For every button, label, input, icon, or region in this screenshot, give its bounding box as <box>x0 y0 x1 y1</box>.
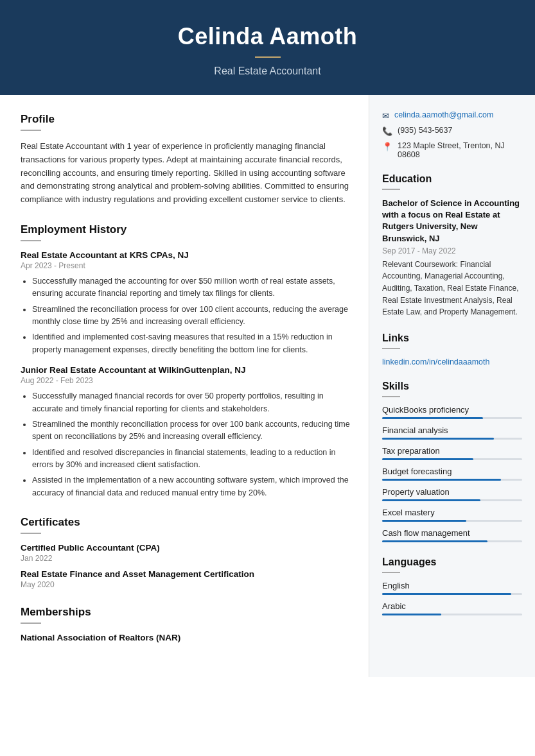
skill-bar-fill-5 <box>382 520 466 522</box>
edu-dates: Sep 2017 - May 2022 <box>382 246 522 255</box>
contact-section: ✉ celinda.aamoth@gmail.com 📞 (935) 543-5… <box>382 110 522 159</box>
profile-divider <box>21 130 41 131</box>
cert-name-1: Real Estate Finance and Asset Management… <box>21 569 351 579</box>
skill-item-5: Excel mastery <box>382 508 522 522</box>
phone-icon: 📞 <box>382 126 392 136</box>
cert-item-1: Real Estate Finance and Asset Management… <box>21 569 351 589</box>
job-bullets-1: Successfully managed financial records f… <box>21 390 351 499</box>
contact-phone: 📞 (935) 543-5637 <box>382 126 522 136</box>
education-title: Education <box>382 173 522 185</box>
skill-item-4: Property valuation <box>382 487 522 501</box>
languages-section: Languages English Arabic <box>382 556 522 615</box>
phone-text: (935) 543-5637 <box>398 126 452 135</box>
languages-list: English Arabic <box>382 581 522 615</box>
employment-section: Employment History Real Estate Accountan… <box>21 223 351 499</box>
skill-bar-fill-2 <box>382 458 473 460</box>
lang-bar-fill-1 <box>382 614 441 615</box>
skill-bar-fill-4 <box>382 499 480 501</box>
lang-label-1: Arabic <box>382 601 522 611</box>
contact-email: ✉ celinda.aamoth@gmail.com <box>382 110 522 121</box>
links-title: Links <box>382 332 522 344</box>
links-section: Links linkedin.com/in/celindaaamoth <box>382 332 522 366</box>
employment-title: Employment History <box>21 223 351 236</box>
skill-item-3: Budget forecasting <box>382 467 522 481</box>
header-divider <box>255 56 281 58</box>
job-item-0: Real Estate Accountant at KRS CPAs, NJ A… <box>21 250 351 356</box>
skill-bar-bg-3 <box>382 479 522 481</box>
resume-page: Celinda Aamoth Real Estate Accountant Pr… <box>0 0 535 756</box>
job-dates-0: Apr 2023 - Present <box>21 261 351 270</box>
cert-name-0: Certified Public Accountant (CPA) <box>21 543 351 553</box>
skill-label-0: QuickBooks proficiency <box>382 405 522 415</box>
bullet-1-0: Successfully managed financial records f… <box>32 390 351 415</box>
cert-date-1: May 2020 <box>21 580 351 589</box>
skill-bar-bg-2 <box>382 458 522 460</box>
skill-bar-bg-0 <box>382 417 522 419</box>
skill-bar-fill-0 <box>382 417 483 419</box>
linkedin-link[interactable]: linkedin.com/in/celindaaamoth <box>382 357 489 366</box>
job-item-1: Junior Real Estate Accountant at WilkinG… <box>21 365 351 499</box>
skill-item-6: Cash flow management <box>382 528 522 542</box>
bullet-1-3: Assisted in the implementation of a new … <box>32 474 351 499</box>
contact-address: 📍 123 Maple Street, Trenton, NJ 08608 <box>382 141 522 159</box>
job-title-1: Junior Real Estate Accountant at WilkinG… <box>21 365 351 375</box>
job-title-0: Real Estate Accountant at KRS CPAs, NJ <box>21 250 351 260</box>
skill-bar-bg-4 <box>382 499 522 501</box>
skill-bar-fill-6 <box>382 540 487 542</box>
skill-label-2: Tax preparation <box>382 446 522 456</box>
profile-title: Profile <box>21 113 351 126</box>
lang-bar-fill-0 <box>382 593 511 595</box>
languages-divider <box>382 572 400 573</box>
profile-text: Real Estate Accountant with 1 year of ex… <box>21 140 351 207</box>
email-icon: ✉ <box>382 111 389 121</box>
certificates-section: Certificates Certified Public Accountant… <box>21 516 351 589</box>
skill-bar-bg-5 <box>382 520 522 522</box>
job-dates-1: Aug 2022 - Feb 2023 <box>21 376 351 385</box>
skill-item-2: Tax preparation <box>382 446 522 460</box>
left-column: Profile Real Estate Accountant with 1 ye… <box>0 95 369 677</box>
candidate-title: Real Estate Accountant <box>13 65 522 77</box>
memberships-title: Memberships <box>21 606 351 619</box>
skill-label-4: Property valuation <box>382 487 522 497</box>
lang-item-0: English <box>382 581 522 595</box>
location-icon: 📍 <box>382 142 392 151</box>
body-section: Profile Real Estate Accountant with 1 ye… <box>0 95 535 677</box>
profile-section: Profile Real Estate Accountant with 1 ye… <box>21 113 351 207</box>
address-text: 123 Maple Street, Trenton, NJ 08608 <box>398 141 522 159</box>
bullet-0-0: Successfully managed the accounting for … <box>32 275 351 300</box>
bullet-1-1: Streamlined the monthly reconciliation p… <box>32 418 351 443</box>
skill-bar-bg-1 <box>382 438 522 440</box>
skills-title: Skills <box>382 381 522 392</box>
membership-item-0: National Association of Realtors (NAR) <box>21 633 351 642</box>
languages-title: Languages <box>382 556 522 568</box>
employment-divider <box>21 240 41 241</box>
cert-date-0: Jan 2022 <box>21 554 351 563</box>
skills-list: QuickBooks proficiency Financial analysi… <box>382 405 522 542</box>
edu-courses: Relevant Coursework: Financial Accountin… <box>382 259 522 318</box>
cert-item-0: Certified Public Accountant (CPA) Jan 20… <box>21 543 351 563</box>
skill-bar-fill-1 <box>382 438 494 440</box>
memberships-divider <box>21 623 41 624</box>
candidate-name: Celinda Aamoth <box>13 23 522 50</box>
skill-bar-bg-6 <box>382 540 522 542</box>
header-section: Celinda Aamoth Real Estate Accountant <box>0 0 535 95</box>
bullet-0-1: Streamlined the reconciliation process f… <box>32 304 351 329</box>
skill-bar-fill-3 <box>382 479 501 481</box>
skills-section: Skills QuickBooks proficiency Financial … <box>382 381 522 542</box>
lang-bar-bg-0 <box>382 593 522 595</box>
edu-degree: Bachelor of Science in Accounting with a… <box>382 198 522 245</box>
lang-item-1: Arabic <box>382 601 522 615</box>
bullet-1-2: Identified and resolved discrepancies in… <box>32 447 351 472</box>
skill-item-1: Financial analysis <box>382 425 522 440</box>
job-bullets-0: Successfully managed the accounting for … <box>21 275 351 356</box>
email-link[interactable]: celinda.aamoth@gmail.com <box>394 110 493 119</box>
links-divider <box>382 348 400 349</box>
skill-item-0: QuickBooks proficiency <box>382 405 522 419</box>
memberships-section: Memberships National Association of Real… <box>21 606 351 642</box>
education-section: Education Bachelor of Science in Account… <box>382 173 522 318</box>
right-column: ✉ celinda.aamoth@gmail.com 📞 (935) 543-5… <box>369 95 535 677</box>
skill-label-1: Financial analysis <box>382 425 522 435</box>
bullet-0-2: Identified and implemented cost-saving m… <box>32 331 351 356</box>
lang-label-0: English <box>382 581 522 590</box>
skill-label-5: Excel mastery <box>382 508 522 517</box>
